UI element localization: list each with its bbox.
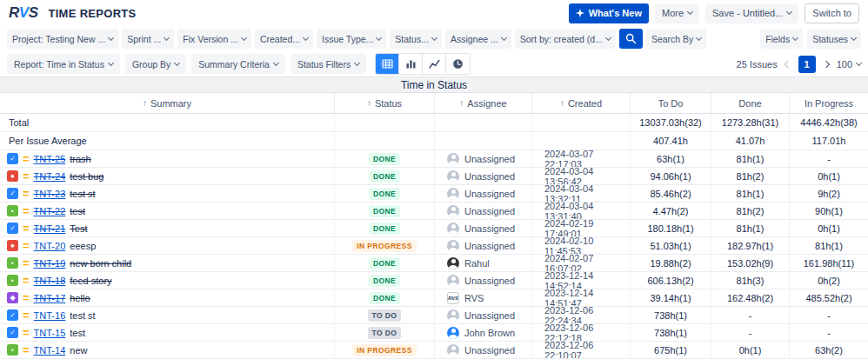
fields-button[interactable]: Fields bbox=[760, 29, 803, 49]
assignee-cell: Rahul bbox=[435, 255, 532, 271]
table-row: ◆ = TNT-17 hello DONE RVS RVS 2023-12-14… bbox=[0, 289, 868, 307]
assignee-cell: John Brown bbox=[435, 324, 532, 341]
view-switcher bbox=[375, 53, 471, 75]
column-header-in-progress[interactable]: In Progress bbox=[790, 93, 868, 113]
line-chart-view-button[interactable] bbox=[423, 54, 446, 74]
issue-summary: test bug bbox=[70, 171, 103, 182]
total-row: Total 13037.03h(32) 1273.28h(31) 4446.42… bbox=[0, 114, 868, 132]
top-bar: RVS TIME REPORTS What's New More Save - … bbox=[0, 0, 868, 26]
search-by-button[interactable]: Search By bbox=[646, 29, 706, 49]
chevron-down-icon bbox=[792, 34, 798, 40]
created-cell: 2023-12-14 14:52:14 bbox=[532, 272, 631, 289]
created-cell: 2024-02-10 11:45:53 bbox=[532, 237, 631, 254]
page-size-select[interactable]: 100 bbox=[837, 59, 861, 70]
search-icon bbox=[625, 33, 637, 44]
summary-criteria-button[interactable]: Summary Criteria bbox=[191, 54, 285, 74]
filter-sort-by-button[interactable]: Sort by: created (d... bbox=[515, 29, 616, 49]
save-button[interactable]: Save - Untitled... bbox=[705, 3, 798, 23]
created-cell: 2024-03-04 13:31:40 bbox=[532, 203, 631, 219]
whats-new-button[interactable]: What's New bbox=[569, 3, 649, 23]
filter-fix-version-button[interactable]: Fix Version ... bbox=[177, 29, 251, 49]
issue-key-link[interactable]: TNT-14 bbox=[34, 345, 66, 356]
issue-key-link[interactable]: TNT-23 bbox=[34, 189, 66, 199]
status-cell: DONE bbox=[335, 168, 435, 184]
current-page-button[interactable]: 1 bbox=[798, 56, 816, 73]
column-header-done[interactable]: Done bbox=[711, 93, 790, 113]
status-cell: DONE bbox=[335, 203, 435, 219]
more-button[interactable]: More bbox=[655, 3, 699, 23]
status-badge: DONE bbox=[369, 292, 400, 304]
summary-cell: ● = TNT-24 test bug bbox=[0, 168, 335, 184]
todo-cell: 39.14h(1) bbox=[631, 289, 711, 306]
group-by-button[interactable]: Group By bbox=[125, 54, 186, 74]
column-header-summary[interactable]: ↑Summary bbox=[0, 93, 335, 113]
filter-issue-type-button[interactable]: Issue Type... bbox=[317, 29, 386, 49]
summary-cell: ● = TNT-20 eeesp bbox=[0, 237, 335, 254]
issue-key-link[interactable]: TNT-24 bbox=[34, 171, 66, 182]
filter-project-button[interactable]: Project: Testing New ... bbox=[7, 29, 118, 49]
issue-key-link[interactable]: TNT-18 bbox=[34, 276, 66, 286]
statuses-button[interactable]: Statuses bbox=[807, 29, 861, 49]
average-row: Per Issue Average 407.41h 41.07h 117.01h bbox=[0, 132, 868, 150]
todo-cell: 675h(1) bbox=[631, 342, 711, 358]
column-header-todo[interactable]: To Do bbox=[631, 93, 711, 113]
done-cell: - bbox=[711, 307, 790, 323]
column-header-created[interactable]: ↑Created bbox=[532, 93, 631, 113]
column-header-assignee[interactable]: ↑Assignee bbox=[435, 93, 532, 113]
assignee-name: Unassigned bbox=[464, 241, 515, 251]
issue-key-link[interactable]: TNT-25 bbox=[34, 154, 66, 164]
issue-key-link[interactable]: TNT-21 bbox=[34, 223, 66, 234]
prev-page-button[interactable] bbox=[784, 60, 791, 67]
report-select-button[interactable]: Report: Time in Status bbox=[7, 54, 120, 74]
issue-type-icon: ▪ bbox=[7, 205, 18, 216]
summary-cell: ✓ = TNT-15 test bbox=[0, 324, 335, 341]
rvs-logo: RVS bbox=[9, 4, 37, 22]
todo-cell: 4.47h(2) bbox=[631, 203, 711, 219]
summary-cell: ✓ = TNT-25 trash bbox=[0, 150, 335, 167]
average-todo: 407.41h bbox=[631, 132, 711, 150]
issue-key-link[interactable]: TNT-17 bbox=[34, 293, 66, 303]
status-cell: TO DO bbox=[335, 307, 435, 323]
issue-key-link[interactable]: TNT-19 bbox=[34, 258, 66, 269]
filter-assignee-button[interactable]: Assignee ... bbox=[445, 29, 511, 49]
assignee-name: John Brown bbox=[464, 328, 515, 338]
search-button[interactable] bbox=[619, 29, 643, 49]
bar-chart-view-icon bbox=[405, 58, 417, 70]
table-row: ✓ = TNT-15 test TO DO John Brown 2023-12… bbox=[0, 324, 868, 342]
issue-key-link[interactable]: TNT-15 bbox=[34, 328, 66, 338]
status-filters-button[interactable]: Status Filters bbox=[290, 54, 366, 74]
issue-type-icon: ✓ bbox=[7, 153, 18, 164]
filter-status-button[interactable]: Status... bbox=[390, 29, 442, 49]
report-band-title: Time in Status bbox=[0, 76, 868, 93]
switch-to-button[interactable]: Switch to bbox=[805, 3, 859, 23]
issues-count: 25 Issues bbox=[737, 59, 778, 70]
todo-cell: 51.03h(1) bbox=[631, 237, 711, 254]
status-badge: DONE bbox=[369, 275, 400, 287]
todo-cell: 180.18h(1) bbox=[631, 220, 711, 236]
next-page-button[interactable] bbox=[822, 60, 829, 67]
issue-key-link[interactable]: TNT-22 bbox=[34, 206, 66, 216]
issue-key-link[interactable]: TNT-16 bbox=[34, 310, 66, 321]
issue-key-link[interactable]: TNT-20 bbox=[34, 241, 66, 251]
table-row: ✓ = TNT-16 test st TO DO Unassigned 2023… bbox=[0, 307, 868, 324]
average-in-progress: 117.01h bbox=[790, 132, 868, 150]
user-avatar bbox=[447, 223, 459, 235]
user-avatar bbox=[447, 205, 459, 217]
time-view-button[interactable] bbox=[446, 54, 470, 74]
done-cell: 81h(1) bbox=[711, 150, 790, 167]
table-view-button[interactable] bbox=[376, 54, 399, 74]
assignee-cell: Unassigned bbox=[435, 150, 532, 167]
bar-chart-view-button[interactable] bbox=[399, 54, 423, 74]
assignee-cell: RVS RVS bbox=[435, 289, 532, 306]
filter-created-button[interactable]: Created... bbox=[255, 29, 313, 49]
priority-medium-icon: = bbox=[23, 275, 30, 286]
priority-medium-icon: = bbox=[23, 240, 30, 251]
issue-type-icon: ◆ bbox=[7, 292, 18, 303]
table-header-row: ↑Summary ↑Status ↑Assignee ↑Created To D… bbox=[0, 93, 868, 114]
column-header-status[interactable]: ↑Status bbox=[335, 93, 435, 113]
status-cell: TO DO bbox=[335, 324, 435, 341]
chevron-down-icon bbox=[851, 34, 857, 40]
issue-summary: test bbox=[70, 328, 85, 338]
priority-medium-icon: = bbox=[23, 205, 30, 216]
filter-sprint-button[interactable]: Sprint ... bbox=[122, 29, 174, 49]
